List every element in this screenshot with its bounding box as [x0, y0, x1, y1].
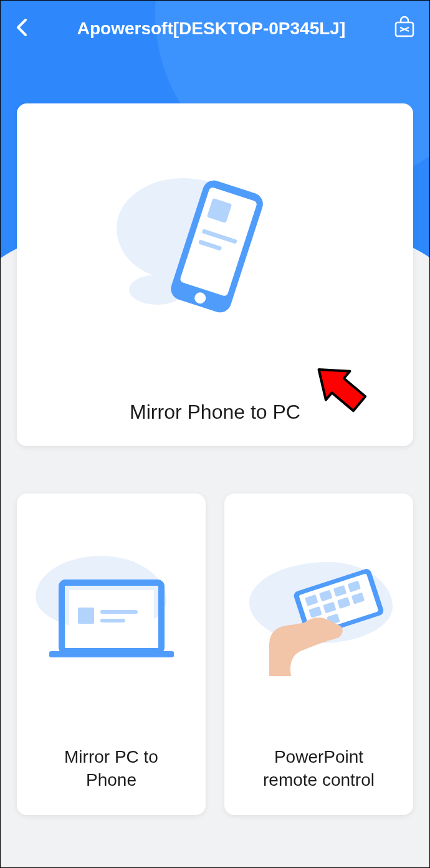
back-icon[interactable] [14, 16, 29, 41]
store-icon[interactable] [393, 16, 416, 41]
content-area: Mirror Phone to PC Mi [1, 103, 429, 815]
laptop-illustration [17, 494, 206, 746]
annotation-arrow-icon [306, 358, 375, 420]
page-title: Apowersoft[DESKTOP-0P345LJ] [29, 19, 393, 39]
main-card-label: Mirror Phone to PC [130, 401, 300, 424]
header-bar: Apowersoft[DESKTOP-0P345LJ] [1, 1, 429, 41]
small-card-label: Mirror PC to Phone [58, 746, 165, 791]
small-card-label: PowerPoint remote control [257, 746, 381, 791]
svg-rect-10 [78, 608, 94, 624]
powerpoint-remote-card[interactable]: PowerPoint remote control [224, 494, 413, 815]
mirror-pc-to-phone-card[interactable]: Mirror PC to Phone [17, 494, 206, 815]
svg-rect-11 [100, 610, 138, 614]
mirror-phone-to-pc-card[interactable]: Mirror Phone to PC [17, 103, 413, 446]
svg-rect-9 [49, 651, 174, 657]
svg-rect-12 [100, 619, 125, 622]
hand-tablet-illustration [224, 494, 413, 746]
phone-illustration [17, 103, 413, 401]
secondary-cards-row: Mirror PC to Phone [17, 494, 413, 815]
